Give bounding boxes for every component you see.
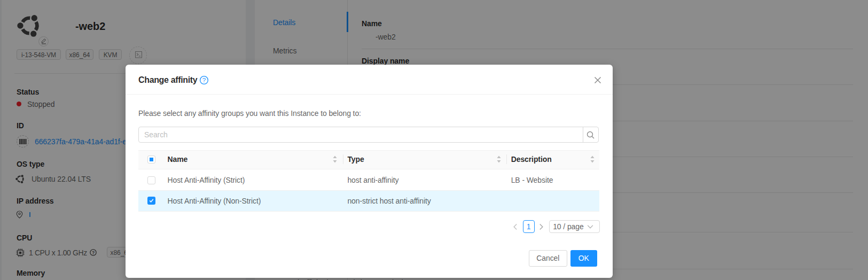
- svg-text:?: ?: [202, 77, 206, 83]
